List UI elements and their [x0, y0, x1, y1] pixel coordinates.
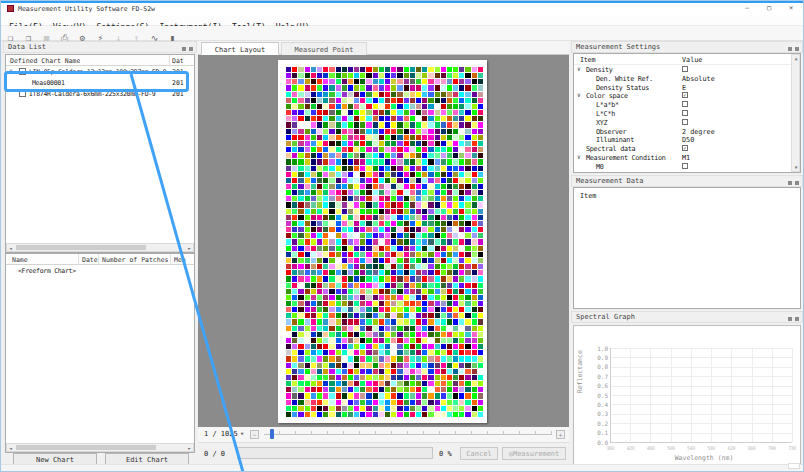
color-patch	[459, 116, 464, 121]
chart-list-hscrollbar[interactable]: ◄ ►	[6, 243, 194, 252]
setting-row-spectral-data[interactable]: Spectral data✓	[574, 144, 800, 153]
setting-checkbox[interactable]	[682, 119, 688, 125]
column-divider[interactable]	[169, 55, 170, 66]
color-patch	[292, 350, 297, 355]
column-divider[interactable]	[98, 254, 99, 265]
measurement-button[interactable]: ◎Measurement	[502, 447, 566, 460]
setting-row-color-space[interactable]: ∨Color space✓	[574, 91, 800, 100]
color-patch	[410, 215, 415, 220]
panel-close-icon[interactable]	[795, 47, 799, 51]
tree-item-measurement[interactable]: Meas00001201	[6, 77, 194, 88]
color-patch	[397, 227, 402, 232]
setting-row-density[interactable]: ∨Density	[574, 65, 800, 74]
tab-chart-layout[interactable]: Chart Layout	[201, 42, 279, 55]
color-patch	[366, 326, 371, 331]
color-patch	[329, 178, 334, 183]
scroll-left-icon[interactable]: ◄	[9, 245, 12, 251]
resize-grip[interactable]	[788, 463, 800, 469]
panel-pin-icon[interactable]	[788, 317, 792, 321]
chart-page[interactable]	[278, 60, 487, 423]
scroll-left-icon[interactable]: ◄	[9, 445, 12, 451]
setting-row-m1[interactable]: M1✓	[574, 171, 800, 173]
item-checkbox[interactable]	[19, 68, 26, 75]
setting-checkbox[interactable]	[682, 163, 688, 169]
zoom-out-button[interactable]: −	[250, 430, 259, 439]
setting-checkbox[interactable]: ✓	[682, 172, 688, 173]
color-patch	[465, 381, 470, 386]
setting-row-l-c-h[interactable]: L*C*h	[574, 109, 800, 118]
scrollbar-thumb[interactable]	[16, 445, 156, 450]
setting-row-xyz[interactable]: XYZ	[574, 118, 800, 127]
setting-checkbox[interactable]	[682, 66, 688, 72]
color-patch	[465, 221, 470, 226]
panel-close-icon[interactable]	[795, 181, 799, 185]
panel-pin-icon[interactable]	[788, 47, 792, 51]
color-patch	[422, 227, 427, 232]
scrollbar-thumb[interactable]	[16, 245, 146, 250]
settings-vscrollbar[interactable]: ▲ ▼	[791, 54, 800, 172]
panel-close-icon[interactable]	[795, 317, 799, 321]
setting-row-m0[interactable]: M0	[574, 162, 800, 171]
color-patch	[441, 375, 446, 380]
close-button[interactable]: ✕	[783, 4, 799, 12]
color-patch	[397, 332, 402, 337]
color-patch	[348, 406, 353, 411]
color-patch	[373, 209, 378, 214]
color-patch	[410, 295, 415, 300]
setting-checkbox[interactable]	[682, 110, 688, 116]
collapse-arrow-icon[interactable]: ∨	[577, 91, 581, 98]
minimize-button[interactable]: –	[739, 4, 755, 12]
column-divider[interactable]	[170, 254, 171, 265]
setting-checkbox[interactable]	[682, 101, 688, 107]
setting-row-illuminant[interactable]: IlluminantD50	[574, 135, 800, 144]
tree-item-chart[interactable]: ∨LIN-05p-Caldera-12x12mm-100x297mm-FD-92…	[6, 66, 194, 77]
patch-nav-dropdown-icon[interactable]: ▾	[240, 430, 244, 438]
color-patch	[435, 258, 440, 263]
scroll-up-icon[interactable]: ▲	[792, 56, 800, 61]
column-mea[interactable]: Mea	[174, 256, 186, 264]
scroll-right-icon[interactable]: ►	[188, 445, 191, 451]
setting-row-measurement-condition[interactable]: ∨Measurement ConditionM1	[574, 153, 800, 162]
color-patch	[311, 252, 316, 257]
panel-pin-icon[interactable]	[788, 181, 792, 185]
color-patch	[348, 338, 353, 343]
color-patch	[323, 338, 328, 343]
zoom-in-button[interactable]: +	[556, 430, 565, 439]
color-patch	[298, 79, 303, 84]
color-patch	[404, 104, 409, 109]
color-patch	[286, 264, 291, 269]
color-patch	[305, 400, 310, 405]
setting-checkbox[interactable]: ✓	[682, 92, 688, 98]
color-patch	[379, 190, 384, 195]
setting-row-observer[interactable]: Observer2 degree	[574, 127, 800, 136]
column-date[interactable]: Date	[82, 256, 98, 264]
panel-pin-icon[interactable]	[182, 47, 186, 51]
setting-row-l-a-b-[interactable]: L*a*b*	[574, 100, 800, 109]
setting-row-den-white-ref-[interactable]: Den. White Ref.Absolute	[574, 74, 800, 83]
freeform-chart-item[interactable]: <Freeform Chart>	[6, 265, 194, 276]
column-defined-chart-name[interactable]: Defined Chart Name	[10, 57, 80, 65]
expand-arrow-icon[interactable]: ∨	[9, 67, 13, 74]
column-number-of-patches[interactable]: Number of Patches	[102, 256, 168, 264]
patch-slider-handle[interactable]	[270, 429, 274, 439]
color-patch	[336, 307, 341, 312]
setting-row-density-status[interactable]: Density StatusE	[574, 83, 800, 92]
item-checkbox[interactable]	[19, 90, 26, 97]
scroll-down-icon[interactable]: ▼	[792, 165, 800, 170]
color-patch	[385, 326, 390, 331]
collapse-arrow-icon[interactable]: ∨	[577, 65, 581, 72]
column-name[interactable]: Name	[12, 256, 28, 264]
column-date[interactable]: Dat	[172, 57, 184, 65]
tree-item-chart[interactable]: IT874R-Caldera-6x6mm-225x320mm-FD-9201	[6, 88, 194, 99]
color-patch	[329, 73, 334, 78]
cancel-button[interactable]: Cancel	[460, 447, 498, 460]
tab-measured-point[interactable]: Measured Point	[281, 42, 367, 55]
panel-close-icon[interactable]	[189, 47, 193, 51]
setting-checkbox[interactable]: ✓	[682, 145, 688, 151]
maximize-button[interactable]: ▢	[761, 4, 777, 12]
column-divider[interactable]	[78, 254, 79, 265]
collapse-arrow-icon[interactable]: ∨	[577, 153, 581, 160]
freeform-list-hscrollbar[interactable]: ◄ ►	[6, 443, 194, 452]
scroll-right-icon[interactable]: ►	[188, 245, 191, 251]
color-patch	[441, 221, 446, 226]
